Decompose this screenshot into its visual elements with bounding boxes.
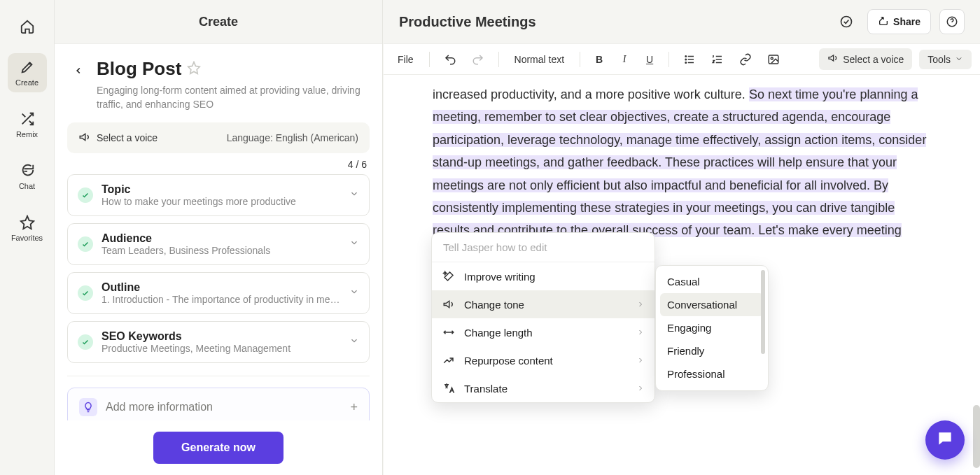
back-button[interactable] bbox=[70, 62, 87, 79]
rail-favorites-label: Favorites bbox=[11, 234, 43, 242]
rail-create-label: Create bbox=[15, 78, 38, 87]
check-icon bbox=[78, 285, 93, 301]
edit-repurpose[interactable]: Repurpose content bbox=[432, 346, 654, 374]
megaphone-icon bbox=[827, 52, 839, 66]
shuffle-icon bbox=[19, 111, 36, 127]
card-subtitle: Productive Meetings, Meeting Management bbox=[102, 343, 341, 354]
scroll-thumb[interactable] bbox=[973, 405, 980, 468]
voice-language-bar: Select a voice Language: English (Americ… bbox=[67, 122, 370, 153]
card-audience[interactable]: Audience Team Leaders, Business Professi… bbox=[67, 223, 370, 265]
megaphone-icon bbox=[78, 131, 91, 146]
page-title: Blog Post bbox=[97, 58, 181, 80]
numbered-list-button[interactable] bbox=[707, 50, 728, 69]
megaphone-icon bbox=[442, 297, 456, 311]
image-button[interactable] bbox=[763, 50, 784, 69]
card-title: SEO Keywords bbox=[102, 330, 341, 343]
scrollbar[interactable] bbox=[761, 270, 765, 354]
toolbar-voice-label: Select a voice bbox=[843, 54, 904, 65]
rail-home[interactable] bbox=[8, 13, 47, 41]
rail-chat[interactable]: Chat bbox=[8, 157, 47, 196]
chat-fab[interactable] bbox=[925, 420, 965, 460]
chevron-down-icon bbox=[349, 287, 359, 299]
undo-button[interactable] bbox=[440, 50, 461, 69]
svg-point-6 bbox=[771, 57, 773, 59]
card-outline[interactable]: Outline 1. Introduction - The importance… bbox=[67, 272, 370, 314]
card-topic[interactable]: Topic How to make your meetings more pro… bbox=[67, 174, 370, 216]
link-button[interactable] bbox=[735, 50, 756, 69]
tone-friendly[interactable]: Friendly bbox=[660, 339, 764, 362]
check-icon bbox=[78, 334, 93, 350]
star-icon bbox=[19, 214, 36, 231]
chevron-down-icon bbox=[349, 238, 359, 250]
text-style-dropdown[interactable]: Normal text bbox=[509, 51, 570, 68]
share-label: Share bbox=[893, 16, 920, 27]
doc-scrollbar[interactable] bbox=[967, 75, 980, 475]
svg-point-2 bbox=[685, 55, 687, 57]
home-icon bbox=[19, 18, 36, 35]
check-icon bbox=[78, 236, 93, 252]
bold-button[interactable]: B bbox=[590, 50, 608, 69]
edit-translate[interactable]: Translate bbox=[432, 374, 654, 402]
share-icon bbox=[878, 15, 889, 29]
svg-point-4 bbox=[685, 62, 687, 63]
arrows-horizontal-icon bbox=[442, 325, 456, 339]
doc-text-prefix: increased productivity, and a more posit… bbox=[433, 87, 749, 101]
file-menu[interactable]: File bbox=[392, 51, 419, 68]
tone-engaging[interactable]: Engaging bbox=[660, 316, 764, 339]
edit-change-tone[interactable]: Change tone bbox=[432, 290, 654, 318]
status-check-icon[interactable] bbox=[834, 9, 859, 34]
toolbar-select-voice[interactable]: Select a voice bbox=[819, 48, 912, 70]
tone-casual[interactable]: Casual bbox=[660, 270, 764, 293]
card-title: Audience bbox=[102, 232, 341, 245]
redo-button[interactable] bbox=[468, 50, 489, 69]
bulleted-list-button[interactable] bbox=[679, 50, 700, 69]
plus-icon: + bbox=[350, 400, 358, 415]
left-panel: Create Blog Post Engaging long-form cont… bbox=[55, 0, 383, 475]
chevron-down-icon bbox=[955, 54, 963, 65]
check-icon bbox=[78, 187, 93, 203]
svg-point-0 bbox=[841, 17, 852, 27]
card-subtitle: 1. Introduction - The importance of prod… bbox=[102, 294, 341, 305]
chat-icon bbox=[19, 162, 36, 179]
edit-item-label: Translate bbox=[464, 383, 507, 395]
doc-header: Productive Meetings Share bbox=[384, 0, 980, 44]
edit-improve-writing[interactable]: Improve writing bbox=[432, 262, 654, 290]
rail-chat-label: Chat bbox=[19, 182, 35, 190]
toolbar-tools[interactable]: Tools bbox=[919, 50, 972, 69]
edit-item-label: Improve writing bbox=[464, 271, 536, 283]
card-seo[interactable]: SEO Keywords Productive Meetings, Meetin… bbox=[67, 321, 370, 363]
rail-create[interactable]: Create bbox=[8, 53, 47, 92]
chevron-right-icon bbox=[636, 327, 645, 339]
chat-bubble-icon bbox=[936, 430, 954, 451]
nav-rail: Create Remix Chat Favorites bbox=[0, 0, 55, 475]
doc-body: increased productivity, and a more posit… bbox=[384, 75, 980, 475]
select-voice-left[interactable]: Select a voice bbox=[78, 131, 158, 146]
chevron-right-icon bbox=[636, 299, 645, 311]
left-panel-title: Create bbox=[55, 0, 382, 44]
chevron-down-icon bbox=[349, 336, 359, 348]
divider bbox=[67, 376, 370, 376]
help-button[interactable] bbox=[939, 9, 965, 34]
share-button[interactable]: Share bbox=[867, 9, 931, 34]
edit-item-label: Repurpose content bbox=[464, 355, 553, 367]
generate-button[interactable]: Generate now bbox=[153, 432, 284, 464]
edit-change-length[interactable]: Change length bbox=[432, 318, 654, 346]
rail-favorites[interactable]: Favorites bbox=[8, 208, 47, 248]
toolbar-tools-label: Tools bbox=[927, 54, 951, 65]
favorite-toggle[interactable] bbox=[187, 61, 201, 78]
sparkle-icon bbox=[442, 269, 456, 283]
card-title: Topic bbox=[102, 183, 341, 196]
tone-straightforward[interactable]: Straightforward bbox=[660, 385, 764, 391]
pencil-icon bbox=[19, 59, 36, 76]
card-subtitle: Team Leaders, Business Professionals bbox=[102, 245, 341, 256]
trend-icon bbox=[442, 353, 456, 367]
italic-button[interactable]: I bbox=[615, 50, 634, 69]
tone-conversational[interactable]: Conversational bbox=[660, 293, 764, 316]
svg-point-3 bbox=[685, 59, 687, 60]
language-selector[interactable]: Language: English (American) bbox=[227, 132, 358, 143]
doc-title: Productive Meetings bbox=[399, 14, 825, 30]
underline-button[interactable]: U bbox=[640, 50, 659, 69]
tone-professional[interactable]: Professional bbox=[660, 362, 764, 385]
rail-remix[interactable]: Remix bbox=[8, 105, 47, 144]
edit-menu-prompt[interactable]: Tell Jasper how to edit bbox=[432, 233, 654, 262]
